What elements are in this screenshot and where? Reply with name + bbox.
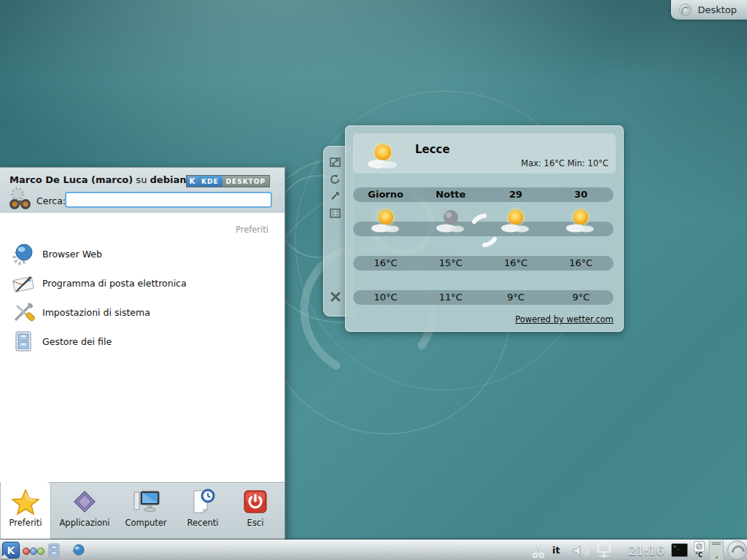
day-temp: 16°C	[549, 256, 614, 271]
kickoff-tabbar: Preferiti Applicazioni Computer	[0, 482, 285, 539]
digital-clock[interactable]: 21:16	[624, 540, 668, 560]
category-label: Preferiti	[236, 225, 268, 235]
weather-maxmin: Max: 16°C Min: 10°C	[521, 158, 608, 168]
weather-city: Lecce	[415, 143, 450, 156]
globe-gear-icon	[71, 543, 85, 558]
panel-cashew[interactable]	[727, 540, 747, 560]
power-icon	[242, 489, 268, 515]
tab-esci[interactable]: Esci	[231, 482, 279, 539]
file-cabinet-icon	[12, 330, 35, 353]
col-day: Giorno	[353, 187, 418, 202]
tab-preferiti[interactable]: Preferiti	[0, 482, 51, 539]
recent-doc-icon	[189, 488, 217, 516]
pager-dot-green[interactable]	[37, 548, 44, 555]
bottom-panel: K it	[0, 540, 747, 560]
volume-tray-icon[interactable]	[571, 540, 590, 560]
search-input[interactable]	[65, 192, 272, 208]
favorite-item-settings[interactable]: Impostazioni di sistema	[0, 298, 282, 327]
item-label: Impostazioni di sistema	[42, 307, 150, 318]
item-label: Gestore dei file	[42, 336, 112, 347]
tab-applicazioni[interactable]: Applicazioni	[56, 482, 113, 539]
apps-diamond-icon	[71, 488, 98, 516]
weather-columns-bar: Giorno Notte 29 30	[353, 187, 614, 202]
pager-dot-blue[interactable]	[30, 548, 37, 555]
user-name: Marco De Luca (marco)	[9, 174, 133, 185]
filemanager-launcher[interactable]	[47, 540, 61, 560]
day-temp: 16°C	[484, 256, 549, 271]
network-tray-icon[interactable]	[595, 540, 613, 560]
klipper-tray-icon[interactable]	[530, 540, 546, 560]
tab-computer[interactable]: Computer	[117, 482, 175, 539]
col-date-29: 29	[484, 187, 549, 202]
globe-gear-icon	[12, 242, 35, 265]
speaker-icon	[571, 543, 590, 558]
weather-icons-bar	[353, 222, 614, 236]
no-data-icon	[694, 541, 705, 552]
weather-tray-icon[interactable]: °C	[692, 541, 706, 560]
night-temp: 9°C	[484, 290, 549, 305]
weather-night-temps-bar: 10°C 11°C 9°C 9°C	[353, 290, 614, 305]
weather-day-temps-bar: 16°C 15°C 16°C 16°C	[353, 256, 614, 271]
tray-expand-arrow[interactable]	[0, 540, 9, 559]
network-monitor-icon	[595, 542, 613, 559]
weather-header: Lecce Max: 16°C Min: 10°C	[353, 133, 616, 174]
host-name: debian	[150, 174, 187, 185]
night-temp: 9°C	[549, 290, 614, 305]
item-label: Programma di posta elettronica	[42, 278, 187, 289]
favorites-list: Preferiti Browser Web Programma di pos	[0, 213, 285, 483]
browser-launcher[interactable]	[71, 540, 85, 560]
computer-icon	[131, 488, 160, 516]
crossed-tools-icon	[12, 300, 35, 324]
desktop-toolbox[interactable]: Desktop	[671, 0, 747, 20]
col-date-30: 30	[549, 187, 614, 202]
favorite-item-filemanager[interactable]: Gestore dei file	[0, 327, 282, 356]
sun-cloud-icon	[366, 139, 400, 173]
kickoff-header: Marco De Luca (marco) su debian K KDE DE…	[0, 168, 285, 214]
maximize-icon[interactable]	[330, 208, 341, 219]
configure-wrench-icon[interactable]	[330, 190, 341, 201]
kde-logo-icon: K	[187, 176, 198, 187]
close-icon[interactable]	[330, 291, 341, 302]
mail-icon	[12, 271, 35, 295]
favorite-item-mail[interactable]: Programma di posta elettronica	[0, 268, 282, 298]
star-icon	[11, 488, 40, 516]
resize-icon[interactable]	[330, 157, 341, 168]
pager-dot-red[interactable]	[23, 548, 30, 555]
search-label: Cerca:	[36, 195, 66, 206]
file-cabinet-icon	[47, 543, 61, 558]
night-temp: 10°C	[353, 290, 418, 305]
panel-applet-strip[interactable]	[709, 540, 724, 560]
col-night: Notte	[418, 187, 483, 202]
terminal-tray-icon[interactable]: >_	[671, 543, 688, 557]
day-temp: 15°C	[418, 256, 483, 271]
weather-widget: Lecce Max: 16°C Min: 10°C Giorno Notte 2…	[345, 125, 624, 332]
wetter-credit-link[interactable]: Powered by wetter.com	[515, 314, 614, 324]
toolbox-label: Desktop	[697, 4, 737, 15]
night-temp: 11°C	[418, 290, 483, 305]
rotate-icon[interactable]	[330, 174, 341, 184]
search-binoculars-icon	[8, 187, 33, 211]
user-title: Marco De Luca (marco) su debian	[9, 174, 186, 185]
day-temp: 16°C	[353, 256, 418, 271]
title-connector: su	[136, 174, 147, 185]
kickoff-menu: Marco De Luca (marco) su debian K KDE DE…	[0, 167, 285, 540]
favorite-item-browser[interactable]: Browser Web	[0, 239, 282, 268]
kde-desktop-badge: K KDE DESKTOP	[186, 175, 270, 187]
item-label: Browser Web	[42, 249, 102, 260]
keyboard-layout-indicator[interactable]: it	[552, 540, 560, 560]
cashew-icon	[679, 4, 692, 16]
tab-recenti[interactable]: Recenti	[177, 482, 228, 539]
scissors-icon	[530, 542, 546, 559]
